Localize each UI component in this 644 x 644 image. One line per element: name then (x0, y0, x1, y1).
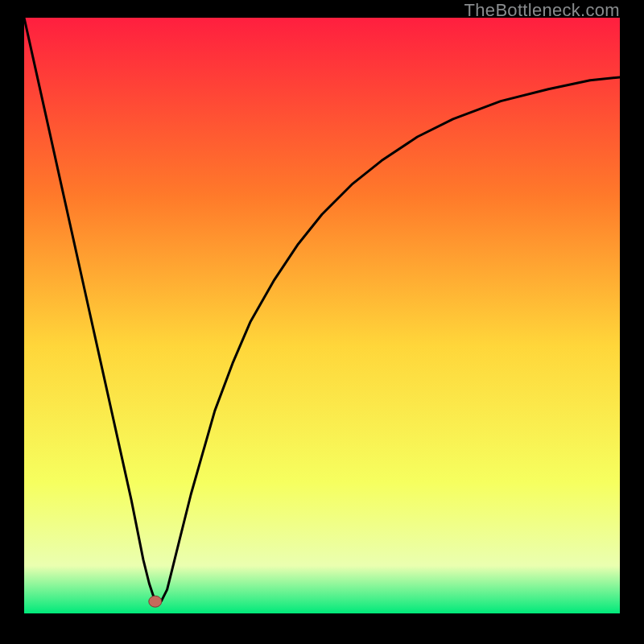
chart-svg (24, 18, 620, 613)
chart-frame: { "watermark": "TheBottleneck.com", "col… (0, 0, 644, 644)
optimal-point-marker (149, 596, 162, 607)
plot-area (24, 18, 620, 613)
gradient-background (24, 18, 620, 613)
